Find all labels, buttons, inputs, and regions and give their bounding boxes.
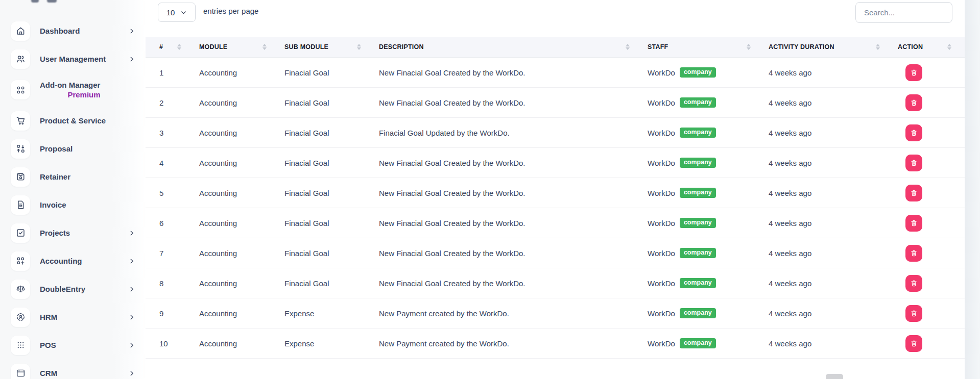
sidebar-item-label: User Management	[40, 55, 106, 63]
sidebar-item-invoice[interactable]: Invoice	[0, 191, 146, 219]
trash-icon	[910, 99, 918, 107]
column-header-action[interactable]: ACTION	[885, 37, 965, 57]
sidebar-item-retainer[interactable]: Retainer	[0, 163, 146, 191]
cart-icon	[11, 111, 30, 131]
chevron-right-icon	[128, 258, 135, 265]
page-scroll-gutter	[965, 0, 980, 379]
delete-button[interactable]	[905, 124, 922, 141]
cell-number: 7	[146, 249, 186, 258]
sidebar-item-dashboard[interactable]: Dashboard	[0, 17, 146, 45]
company-badge: company	[680, 128, 716, 138]
column-header-description[interactable]: DESCRIPTION	[366, 37, 635, 57]
cell-action	[885, 155, 965, 171]
entries-per-page-select[interactable]: 10	[158, 3, 196, 22]
delete-button[interactable]	[905, 185, 922, 201]
table-row: 6AccountingFinacial GoalNew Finacial Goa…	[146, 208, 965, 238]
sort-arrows-icon	[262, 44, 267, 50]
cell-module: Accounting	[186, 189, 272, 197]
check-square-icon	[11, 223, 30, 243]
cell-sub-module: Expense	[272, 309, 366, 318]
sidebar-item-product-service[interactable]: Product & Service	[0, 107, 146, 135]
company-badge: company	[680, 188, 716, 198]
delete-button[interactable]	[905, 275, 922, 292]
cell-staff: WorkDocompany	[635, 218, 756, 229]
cell-activity-duration: 4 weeks ago	[756, 98, 885, 107]
cell-action	[885, 335, 965, 352]
entries-per-page-label: entries per page	[203, 7, 258, 15]
cell-action	[885, 185, 965, 201]
trash-icon	[910, 69, 918, 77]
delete-button[interactable]	[905, 245, 922, 262]
sidebar-item-label: Invoice	[40, 200, 66, 209]
swap-squares-icon	[11, 139, 30, 159]
cell-description: New Finacial Goal Created by the WorkDo.	[366, 159, 635, 167]
cell-number: 6	[146, 219, 186, 228]
cell-activity-duration: 4 weeks ago	[756, 159, 885, 167]
search-input[interactable]	[855, 2, 952, 23]
cell-activity-duration: 4 weeks ago	[756, 129, 885, 137]
cell-action	[885, 94, 965, 111]
trash-icon	[910, 219, 918, 227]
sidebar-item-crm[interactable]: CRM	[0, 359, 146, 379]
trash-icon	[910, 159, 918, 167]
sidebar-item-accounting[interactable]: Accounting	[0, 247, 146, 275]
trash-icon	[910, 340, 918, 347]
cell-sub-module: Finacial Goal	[272, 219, 366, 228]
company-badge: company	[680, 338, 716, 349]
sort-arrows-icon	[876, 44, 880, 50]
company-badge: company	[680, 278, 716, 289]
trash-icon	[910, 129, 918, 137]
delete-button[interactable]	[905, 335, 922, 352]
table-row: 1AccountingFinacial GoalNew Finacial Goa…	[146, 58, 965, 88]
column-header-activity-duration[interactable]: ACTIVITY DURATION	[756, 37, 885, 57]
table-row: 5AccountingFinacial GoalNew Finacial Goa…	[146, 178, 965, 208]
cell-sub-module: Finacial Goal	[272, 159, 366, 167]
delete-button[interactable]	[905, 155, 922, 171]
cell-staff: WorkDocompany	[635, 128, 756, 138]
cell-activity-duration: 4 weeks ago	[756, 189, 885, 197]
main-content: 10 entries per page #MODULESUB MODULEDES…	[146, 0, 965, 379]
premium-label: Premium	[40, 90, 128, 100]
cell-description: New Payment created by the WorkDo.	[366, 339, 635, 348]
column-header-module[interactable]: MODULE	[186, 37, 272, 57]
sidebar-item-proposal[interactable]: Proposal	[0, 135, 146, 163]
trash-icon	[910, 189, 918, 197]
sidebar-item-label: HRM	[40, 313, 57, 321]
sidebar-item-pos[interactable]: POS	[0, 331, 146, 359]
sidebar-item-hrm[interactable]: HRM	[0, 303, 146, 331]
cell-description: New Finacial Goal Created by the WorkDo.	[366, 68, 635, 77]
column-header-sub-module[interactable]: SUB MODULE	[272, 37, 366, 57]
sidebar-item-user-management[interactable]: User Management	[0, 45, 146, 73]
users-icon	[11, 49, 30, 69]
sidebar-item-projects[interactable]: Projects	[0, 219, 146, 247]
chevron-right-icon	[128, 286, 135, 293]
cell-module: Accounting	[186, 68, 272, 77]
chevron-right-icon	[128, 314, 135, 321]
chevron-right-icon	[128, 342, 135, 349]
trash-icon	[910, 310, 918, 317]
cell-activity-duration: 4 weeks ago	[756, 279, 885, 288]
cell-staff: WorkDocompany	[635, 158, 756, 168]
sidebar-menu: DashboardUser ManagementAdd-on ManagerPr…	[0, 17, 146, 379]
delete-button[interactable]	[905, 215, 922, 232]
sidebar-item-label: Accounting	[40, 257, 82, 265]
cell-staff: WorkDocompany	[635, 67, 756, 78]
table-body: 1AccountingFinacial GoalNew Finacial Goa…	[146, 58, 965, 359]
cell-description: New Payment created by the WorkDo.	[366, 309, 635, 318]
sidebar-item-doubleentry[interactable]: DoubleEntry	[0, 275, 146, 303]
delete-button[interactable]	[905, 94, 922, 111]
cell-number: 9	[146, 309, 186, 318]
chevron-down-icon	[180, 9, 187, 16]
column-header-staff[interactable]: STAFF	[635, 37, 756, 57]
sidebar-item-add-on-manager[interactable]: Add-on ManagerPremium	[0, 73, 146, 107]
sidebar-item-label: Projects	[40, 229, 70, 237]
grid-plus-icon	[11, 251, 30, 271]
delete-button[interactable]	[905, 305, 922, 322]
delete-button[interactable]	[905, 64, 922, 81]
column-header--[interactable]: #	[146, 37, 186, 57]
cell-activity-duration: 4 weeks ago	[756, 309, 885, 318]
cell-action	[885, 275, 965, 292]
scale-icon	[11, 280, 30, 299]
pagination-button[interactable]	[826, 374, 843, 379]
cell-activity-duration: 4 weeks ago	[756, 339, 885, 348]
